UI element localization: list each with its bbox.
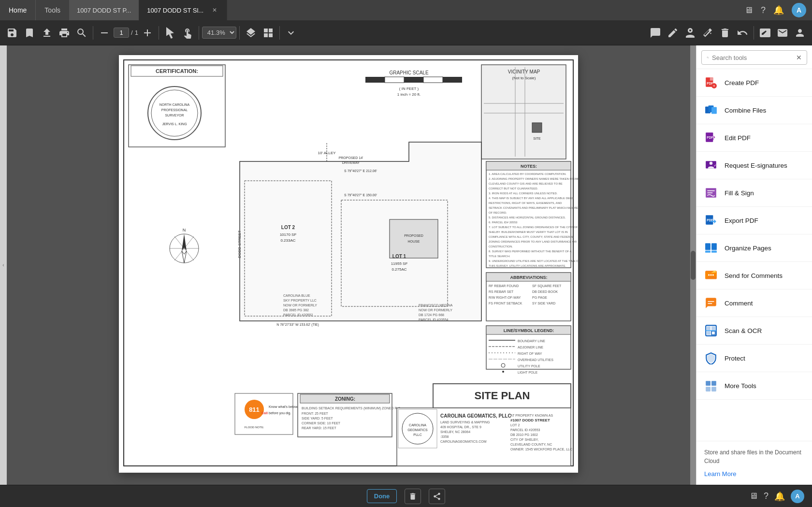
learn-more-link[interactable]: Learn More	[704, 470, 736, 478]
tab-1[interactable]: 1007 DODD ST P...	[69, 0, 139, 20]
zoom-out-button[interactable]	[96, 25, 113, 41]
svg-text:COMPLIANCE WITH ALL CITY, COUN: COMPLIANCE WITH ALL CITY, COUNTY, STATE …	[489, 235, 574, 238]
svg-text:RIGHT OF WAY: RIGHT OF WAY	[518, 352, 542, 355]
scrollbar[interactable]	[690, 45, 696, 485]
pen-button[interactable]	[665, 25, 681, 41]
comment-label: Comment	[725, 300, 753, 307]
navigate-down-button[interactable]	[283, 25, 299, 41]
comment-item[interactable]: Comment	[696, 290, 812, 317]
svg-rect-186	[711, 387, 716, 391]
measure-button[interactable]	[699, 25, 716, 41]
svg-rect-180	[707, 331, 710, 335]
share-button[interactable]	[429, 489, 445, 504]
user-search-button[interactable]	[792, 25, 808, 41]
save-button[interactable]	[4, 25, 20, 41]
screen-icon[interactable]: 🖥	[744, 5, 753, 15]
svg-text:SHELBY. BUILDER/OWNER MUST VER: SHELBY. BUILDER/OWNER MUST VERIFY THAT L…	[489, 231, 568, 233]
svg-text:811: 811	[249, 406, 260, 413]
svg-text:8. SURVEY WAS PERFORMED WITHOU: 8. SURVEY WAS PERFORMED WITHOUT THE BENE…	[489, 250, 572, 253]
grid-button[interactable]	[260, 25, 276, 41]
bottom-screen-icon[interactable]: 🖥	[749, 491, 758, 501]
scan-ocr-icon	[704, 324, 718, 337]
send-for-comments-label: Send for Comments	[725, 272, 783, 279]
svg-text:2. ADJOINING PROPERTY OWNERS N: 2. ADJOINING PROPERTY OWNERS NAMES WERE …	[489, 177, 578, 180]
pdf-page: CERTIFICATION: NORTH CAROLINA PROFESSION…	[119, 55, 578, 473]
svg-text:CAROLINA: CAROLINA	[409, 423, 426, 427]
svg-text:DRIVEWAY: DRIVEWAY	[342, 161, 360, 164]
svg-text:CLEVELAND COUNTY GIS AND ARE B: CLEVELAND COUNTY GIS AND ARE BELIEVED TO…	[489, 182, 563, 185]
svg-rect-167	[705, 243, 710, 250]
zoom-in-button[interactable]	[139, 25, 156, 41]
bottom-bell-icon[interactable]: 🔔	[774, 491, 785, 502]
svg-text:7. LOT SUBJECT TO ALL ZONING O: 7. LOT SUBJECT TO ALL ZONING ORDINANCES …	[489, 226, 578, 229]
annotation-button[interactable]	[757, 25, 773, 41]
mail-button[interactable]	[774, 25, 791, 41]
svg-rect-168	[711, 243, 717, 250]
scan-ocr-item[interactable]: Scan & OCR	[696, 317, 812, 345]
svg-text:( IN FEET ): ( IN FEET )	[399, 87, 419, 91]
toolbar-sep-2	[159, 26, 159, 40]
tab-2-close[interactable]: ✕	[210, 6, 219, 14]
protect-item[interactable]: Protect	[696, 345, 812, 372]
scan-ocr-label: Scan & OCR	[725, 327, 762, 334]
help-icon[interactable]: ?	[761, 5, 766, 15]
export-pdf-item[interactable]: PDF Export PDF	[696, 207, 812, 234]
tools-tab[interactable]: Tools	[35, 0, 69, 20]
send-comments-icon	[704, 269, 718, 282]
svg-text:Know what's below.: Know what's below.	[269, 405, 298, 408]
delete-item-button[interactable]	[405, 489, 421, 504]
svg-text:11955 SF: 11955 SF	[391, 261, 408, 266]
combine-files-label: Combine Files	[725, 107, 766, 114]
user-avatar[interactable]: A	[792, 3, 806, 17]
svg-text:CAROLINA GEOMATICS, PLLC: CAROLINA GEOMATICS, PLLC	[440, 413, 511, 419]
scroll-thumb[interactable]	[691, 251, 696, 280]
undo-button[interactable]	[734, 25, 751, 41]
search-clear-button[interactable]: ✕	[796, 54, 802, 61]
svg-text:LOT 1: LOT 1	[392, 254, 406, 259]
tab-2-label: 1007 DODD ST Sl...	[147, 7, 203, 14]
layers-button[interactable]	[243, 25, 259, 41]
delete-button[interactable]	[717, 25, 733, 41]
stamp-button[interactable]	[682, 25, 698, 41]
svg-text:10' ALLEY: 10' ALLEY	[318, 151, 336, 155]
home-tab-label: Home	[9, 6, 27, 14]
svg-rect-151	[710, 77, 713, 81]
search-button[interactable]	[73, 25, 90, 41]
zoom-select[interactable]: 41.3%	[202, 27, 236, 39]
right-tools-panel: ✕ PDF + Create PDF	[696, 45, 812, 485]
edit-pdf-item[interactable]: PDF Edit PDF	[696, 124, 812, 152]
svg-text:DB 2010 PG 1602: DB 2010 PG 1602	[510, 433, 538, 436]
pdf-viewer[interactable]: CERTIFICATION: NORTH CAROLINA PROFESSION…	[7, 45, 690, 485]
svg-text:0.233AC: 0.233AC	[280, 238, 295, 243]
notification-bell-icon[interactable]: 🔔	[773, 5, 784, 15]
svg-text:BOUNDARY LINE: BOUNDARY LINE	[518, 339, 545, 343]
search-tools-field[interactable]	[712, 54, 793, 61]
svg-text::3358: :3358	[440, 435, 449, 438]
upload-button[interactable]	[39, 25, 55, 41]
organize-pages-item[interactable]: Organize Pages	[696, 234, 812, 262]
print-button[interactable]	[56, 25, 72, 41]
svg-text:S 79°40'27" E  212.06': S 79°40'27" E 212.06'	[344, 169, 377, 173]
done-button[interactable]: Done	[367, 489, 397, 503]
search-tools-container: ✕	[696, 45, 812, 69]
fill-sign-item[interactable]: Fill & Sign	[696, 179, 812, 207]
left-panel-toggle[interactable]: ‹	[0, 45, 7, 485]
combine-files-item[interactable]: Combine Files	[696, 97, 812, 124]
bookmark-button[interactable]	[21, 25, 38, 41]
more-tools-item[interactable]: More Tools	[696, 372, 812, 400]
svg-rect-14	[404, 77, 423, 83]
comment-button[interactable]	[647, 25, 664, 41]
export-pdf-icon: PDF	[704, 214, 718, 227]
create-pdf-item[interactable]: PDF + Create PDF	[696, 69, 812, 97]
bottom-help-icon[interactable]: ?	[764, 491, 768, 501]
home-tab[interactable]: Home	[0, 0, 35, 20]
request-esignatures-item[interactable]: Request E-signatures	[696, 152, 812, 179]
page-indicator: 1 / 1	[114, 28, 138, 38]
send-for-comments-item[interactable]: Send for Comments	[696, 262, 812, 290]
svg-rect-169	[705, 250, 710, 252]
bottom-avatar[interactable]: A	[791, 490, 804, 503]
page-input[interactable]: 1	[114, 28, 129, 38]
select-tool-button[interactable]	[162, 25, 178, 41]
pan-tool-button[interactable]	[179, 25, 196, 41]
tab-2[interactable]: 1007 DODD ST Sl... ✕	[139, 0, 227, 20]
